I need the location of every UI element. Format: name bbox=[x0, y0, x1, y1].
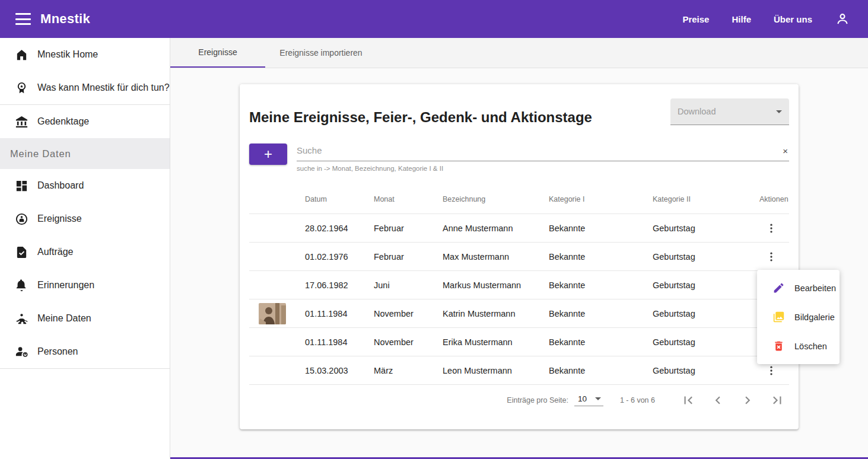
card-title: Meine Ereignisse, Feier-, Gedenk- und Ak… bbox=[249, 109, 592, 126]
dashboard-icon bbox=[15, 179, 28, 193]
menu-item-bildgalerie[interactable]: Bildgalerie bbox=[757, 302, 840, 332]
cell-kategorie2: Geburtstag bbox=[653, 337, 759, 347]
chevron-down-icon bbox=[595, 397, 601, 400]
event-photo-thumbnail[interactable] bbox=[259, 303, 286, 324]
chevron-left-icon bbox=[710, 393, 726, 408]
self-icon bbox=[15, 312, 28, 326]
cell-bezeichnung: Katrin Mustermann bbox=[443, 309, 549, 318]
nav-hilfe[interactable]: Hilfe bbox=[732, 14, 751, 24]
cell-kategorie2: Geburtstag bbox=[653, 224, 759, 233]
chevron-down-icon bbox=[776, 110, 782, 113]
bank-icon bbox=[15, 115, 28, 129]
next-page-button[interactable] bbox=[736, 388, 759, 412]
page-range: 1 - 6 von 6 bbox=[620, 396, 655, 404]
cell-bezeichnung: Anne Mustermann bbox=[443, 224, 549, 233]
cell-datum: 01.11.1984 bbox=[305, 309, 374, 318]
sidebar-divider bbox=[0, 368, 170, 369]
bell-icon bbox=[15, 279, 28, 292]
sidebar-item-gedenktage[interactable]: Gedenktage bbox=[0, 105, 170, 138]
tab-ereignisse-importieren[interactable]: Ereignisse importieren bbox=[265, 38, 377, 68]
sidebar: Mnestik Home Was kann Mnestik für dich t… bbox=[0, 38, 170, 459]
col-bezeichnung: Bezeichnung bbox=[443, 195, 549, 203]
kebab-menu-icon bbox=[765, 222, 777, 234]
cell-datum: 17.06.1982 bbox=[305, 280, 374, 290]
delete-icon bbox=[772, 340, 785, 352]
manage-person-icon bbox=[15, 345, 28, 359]
kebab-menu-icon bbox=[765, 251, 777, 263]
first-page-button[interactable] bbox=[676, 388, 700, 412]
events-table: Datum Monat Bezeichnung Kategorie I Kate… bbox=[249, 185, 789, 384]
add-event-button[interactable]: + bbox=[249, 144, 287, 165]
tab-ereignisse[interactable]: Ereignisse bbox=[170, 38, 265, 68]
cell-bezeichnung: Erika Mustermann bbox=[443, 337, 549, 347]
cell-monat: Februar bbox=[374, 224, 443, 233]
col-kategorie1: Kategorie I bbox=[549, 195, 653, 203]
cell-monat: Februar bbox=[374, 252, 443, 262]
menu-item-bearbeiten[interactable]: Bearbeiten bbox=[757, 273, 840, 302]
app-header: Mnestik Preise Hilfe Über uns bbox=[0, 0, 868, 38]
download-placeholder: Download bbox=[678, 107, 716, 116]
nav-preise[interactable]: Preise bbox=[682, 14, 709, 24]
cell-monat: März bbox=[374, 366, 443, 375]
cell-monat: November bbox=[374, 309, 443, 318]
sidebar-item-personen[interactable]: Personen bbox=[0, 335, 170, 368]
table-header: Datum Monat Bezeichnung Kategorie I Kate… bbox=[249, 185, 789, 213]
person-circle-icon bbox=[15, 212, 28, 226]
main-content: Ereignisse Ereignisse importieren Meine … bbox=[170, 38, 868, 459]
search-input[interactable] bbox=[297, 144, 789, 161]
cell-datum: 28.02.1964 bbox=[305, 224, 374, 233]
cell-monat: November bbox=[374, 337, 443, 347]
table-row: 15.03.2003MärzLeon MustermannBekannteGeb… bbox=[249, 356, 789, 384]
kebab-menu-icon bbox=[765, 365, 777, 377]
table-row: 28.02.1964FebruarAnne MustermannBekannte… bbox=[249, 213, 789, 242]
sidebar-item-mnestik-home[interactable]: Mnestik Home bbox=[0, 38, 170, 71]
cell-kategorie1: Bekannte bbox=[549, 252, 653, 262]
row-actions-button[interactable] bbox=[763, 248, 780, 265]
cell-kategorie1: Bekannte bbox=[549, 224, 653, 233]
account-icon[interactable] bbox=[835, 11, 850, 27]
search-hint: suche in -> Monat, Bezeichnung, Kategori… bbox=[297, 165, 789, 172]
menu-item-loeschen[interactable]: Löschen bbox=[757, 332, 840, 361]
cell-kategorie1: Bekannte bbox=[549, 280, 653, 290]
sidebar-item-dashboard[interactable]: Dashboard bbox=[0, 169, 170, 202]
sidebar-item-ereignisse[interactable]: Ereignisse bbox=[0, 202, 170, 235]
pencil-icon bbox=[772, 282, 785, 294]
download-select[interactable]: Download bbox=[670, 98, 789, 125]
cell-datum: 15.03.2003 bbox=[305, 366, 374, 375]
chevron-right-icon bbox=[740, 393, 755, 408]
paginator: Einträge pro Seite: 10 1 - 6 von 6 bbox=[249, 384, 789, 415]
table-row: 01.11.1984NovemberKatrin MustermannBekan… bbox=[249, 299, 789, 327]
badge-icon bbox=[15, 81, 28, 95]
previous-page-button[interactable] bbox=[706, 388, 730, 412]
col-datum: Datum bbox=[305, 195, 374, 203]
sidebar-item-meine-daten[interactable]: Meine Daten bbox=[0, 302, 170, 335]
cell-kategorie1: Bekannte bbox=[549, 337, 653, 347]
page-size-select[interactable]: 10 bbox=[574, 394, 603, 406]
col-aktionen: Aktionen bbox=[759, 195, 802, 203]
cell-datum: 01.11.1984 bbox=[305, 337, 374, 347]
first-page-icon bbox=[681, 393, 696, 408]
clear-search-icon[interactable]: × bbox=[783, 146, 788, 156]
events-card: Meine Ereignisse, Feier-, Gedenk- und Ak… bbox=[240, 84, 799, 429]
cell-kategorie1: Bekannte bbox=[549, 366, 653, 375]
task-doc-icon bbox=[15, 246, 28, 259]
tabbar: Ereignisse Ereignisse importieren bbox=[170, 38, 868, 68]
nav-ueber-uns[interactable]: Über uns bbox=[774, 14, 812, 24]
cell-bezeichnung: Leon Mustermann bbox=[443, 366, 549, 375]
last-page-button[interactable] bbox=[765, 388, 789, 412]
cell-kategorie1: Bekannte bbox=[549, 309, 653, 318]
sidebar-section-meine-daten[interactable]: Meine Daten bbox=[0, 138, 170, 169]
cell-kategorie2: Geburtstag bbox=[653, 252, 759, 262]
row-actions-button[interactable] bbox=[763, 220, 780, 237]
cell-kategorie2: Geburtstag bbox=[653, 309, 759, 318]
sidebar-item-auftraege[interactable]: Aufträge bbox=[0, 235, 170, 269]
sidebar-item-was-kann-mnestik[interactable]: Was kann Mnestik für dich tun? bbox=[0, 71, 170, 104]
row-actions-button[interactable] bbox=[763, 362, 780, 379]
cell-bezeichnung: Markus Mustermann bbox=[443, 280, 549, 290]
search-field: × suche in -> Monat, Bezeichnung, Katego… bbox=[297, 144, 789, 172]
table-row: 17.06.1982JuniMarkus MustermannBekannteG… bbox=[249, 270, 789, 299]
cell-kategorie2: Geburtstag bbox=[653, 366, 759, 375]
col-monat: Monat bbox=[374, 195, 443, 203]
menu-icon[interactable] bbox=[15, 13, 31, 25]
sidebar-item-erinnerungen[interactable]: Erinnerungen bbox=[0, 269, 170, 302]
